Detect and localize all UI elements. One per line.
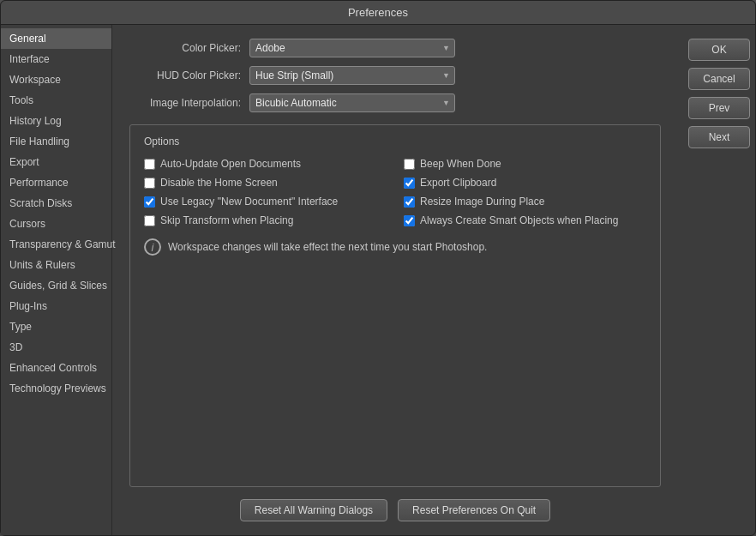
skip-transform-checkbox[interactable] bbox=[144, 215, 155, 226]
checkbox-always-smart-objects: Always Create Smart Objects when Placing bbox=[404, 214, 646, 226]
checkbox-disable-home: Disable the Home Screen bbox=[144, 177, 387, 189]
always-smart-objects-checkbox[interactable] bbox=[404, 215, 415, 226]
resize-image-checkbox[interactable] bbox=[404, 196, 415, 208]
image-interpolation-select-wrapper: Bicubic Automatic Nearest Neighbor Bilin… bbox=[249, 93, 455, 112]
skip-transform-label: Skip Transform when Placing bbox=[160, 214, 293, 226]
sidebar-item-interface[interactable]: Interface bbox=[1, 49, 111, 69]
info-row: i Workspace changes will take effect the… bbox=[144, 238, 646, 256]
use-legacy-checkbox[interactable] bbox=[144, 196, 155, 208]
info-icon: i bbox=[144, 238, 161, 256]
hud-color-picker-select[interactable]: Hue Strip (Small) Hue Wheel (Small) Hue … bbox=[249, 66, 455, 85]
prev-button[interactable]: Prev bbox=[688, 97, 750, 119]
use-legacy-label: Use Legacy "New Document" Interface bbox=[160, 196, 338, 208]
sidebar-item-tools[interactable]: Tools bbox=[1, 90, 111, 111]
action-buttons: OK Cancel Prev Next bbox=[678, 25, 755, 535]
cancel-button[interactable]: Cancel bbox=[688, 68, 750, 90]
hud-color-picker-select-wrapper: Hue Strip (Small) Hue Wheel (Small) Hue … bbox=[249, 66, 455, 85]
image-interpolation-row: Image Interpolation: Bicubic Automatic N… bbox=[129, 93, 661, 112]
dialog-title: Preferences bbox=[348, 6, 408, 19]
sidebar-item-3d[interactable]: 3D bbox=[1, 337, 111, 358]
options-section: Options Auto-Update Open Documents Beep … bbox=[129, 124, 661, 487]
sidebar-item-general[interactable]: General bbox=[1, 28, 111, 49]
auto-update-checkbox[interactable] bbox=[144, 159, 155, 170]
next-button[interactable]: Next bbox=[688, 126, 750, 148]
sidebar-item-scratch-disks[interactable]: Scratch Disks bbox=[1, 193, 111, 214]
ok-button[interactable]: OK bbox=[688, 39, 750, 61]
image-interpolation-select[interactable]: Bicubic Automatic Nearest Neighbor Bilin… bbox=[249, 93, 455, 112]
info-text: Workspace changes will take effect the n… bbox=[168, 241, 487, 253]
export-clipboard-label: Export Clipboard bbox=[420, 177, 496, 189]
options-title: Options bbox=[144, 136, 646, 148]
preferences-dialog: Preferences GeneralInterfaceWorkspaceToo… bbox=[0, 0, 756, 536]
checkbox-resize-image: Resize Image During Place bbox=[404, 196, 646, 208]
sidebar-item-history-log[interactable]: History Log bbox=[1, 111, 111, 131]
sidebar-item-export[interactable]: Export bbox=[1, 152, 111, 172]
checkbox-skip-transform: Skip Transform when Placing bbox=[144, 214, 387, 226]
bottom-buttons-row: Reset All Warning Dialogs Reset Preferen… bbox=[129, 499, 661, 521]
main-content: Color Picker: Adobe Windows HUD Color Pi… bbox=[112, 25, 678, 535]
sidebar-item-performance[interactable]: Performance bbox=[1, 172, 111, 193]
sidebar: GeneralInterfaceWorkspaceToolsHistory Lo… bbox=[1, 25, 112, 535]
sidebar-item-type[interactable]: Type bbox=[1, 316, 111, 337]
color-picker-select[interactable]: Adobe Windows bbox=[249, 39, 455, 57]
disable-home-checkbox[interactable] bbox=[144, 178, 155, 189]
reset-prefs-button[interactable]: Reset Preferences On Quit bbox=[398, 499, 550, 521]
checkbox-export-clipboard: Export Clipboard bbox=[404, 177, 646, 189]
color-picker-row: Color Picker: Adobe Windows bbox=[129, 39, 661, 57]
options-grid: Auto-Update Open Documents Beep When Don… bbox=[144, 158, 646, 226]
disable-home-label: Disable the Home Screen bbox=[160, 177, 278, 189]
sidebar-item-technology-previews[interactable]: Technology Previews bbox=[1, 378, 111, 399]
color-picker-select-wrapper: Adobe Windows bbox=[249, 39, 455, 57]
beep-checkbox[interactable] bbox=[404, 159, 415, 170]
image-interpolation-label: Image Interpolation: bbox=[129, 97, 249, 109]
hud-color-picker-row: HUD Color Picker: Hue Strip (Small) Hue … bbox=[129, 66, 661, 85]
checkbox-beep: Beep When Done bbox=[404, 158, 646, 170]
sidebar-item-transparency---gamut[interactable]: Transparency & Gamut bbox=[1, 234, 111, 255]
sidebar-item-plug-ins[interactable]: Plug-Ins bbox=[1, 296, 111, 316]
sidebar-item-workspace[interactable]: Workspace bbox=[1, 69, 111, 90]
sidebar-item-guides--grid---slices[interactable]: Guides, Grid & Slices bbox=[1, 275, 111, 296]
sidebar-item-file-handling[interactable]: File Handling bbox=[1, 131, 111, 152]
sidebar-item-enhanced-controls[interactable]: Enhanced Controls bbox=[1, 358, 111, 378]
sidebar-item-cursors[interactable]: Cursors bbox=[1, 214, 111, 234]
resize-image-label: Resize Image During Place bbox=[420, 196, 544, 208]
export-clipboard-checkbox[interactable] bbox=[404, 178, 415, 189]
always-smart-objects-label: Always Create Smart Objects when Placing bbox=[420, 214, 618, 226]
hud-color-picker-label: HUD Color Picker: bbox=[129, 69, 249, 81]
checkbox-auto-update: Auto-Update Open Documents bbox=[144, 158, 387, 170]
title-bar: Preferences bbox=[1, 1, 755, 25]
beep-label: Beep When Done bbox=[420, 158, 501, 170]
reset-warnings-button[interactable]: Reset All Warning Dialogs bbox=[240, 499, 387, 521]
checkbox-use-legacy: Use Legacy "New Document" Interface bbox=[144, 196, 387, 208]
sidebar-item-units---rulers[interactable]: Units & Rulers bbox=[1, 255, 111, 275]
auto-update-label: Auto-Update Open Documents bbox=[160, 158, 301, 170]
color-picker-label: Color Picker: bbox=[129, 42, 249, 54]
